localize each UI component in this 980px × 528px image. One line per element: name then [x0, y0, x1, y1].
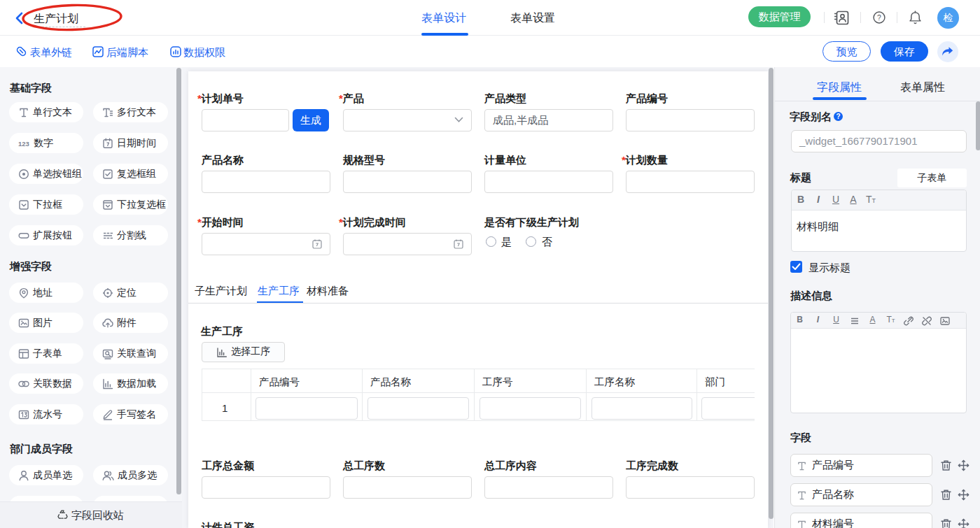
svg-text:123: 123 [18, 140, 29, 148]
svg-text:?: ? [877, 14, 881, 22]
